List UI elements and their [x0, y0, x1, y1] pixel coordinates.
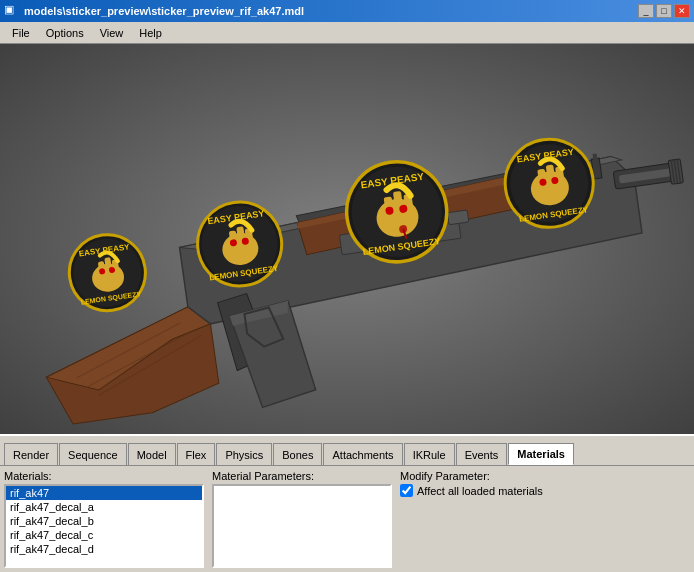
- params-box: [212, 484, 392, 568]
- svg-rect-13: [447, 210, 468, 225]
- params-section: Material Parameters:: [212, 470, 392, 568]
- modify-section: Modify Parameter: Affect all loaded mate…: [400, 470, 690, 568]
- menu-view[interactable]: View: [92, 25, 132, 41]
- list-item[interactable]: rif_ak47_decal_a: [6, 500, 202, 514]
- list-item[interactable]: rif_ak47_decal_b: [6, 514, 202, 528]
- gun-scene: EASY PEASY LEMON SQUEEZY EASY PEASY LEMO…: [0, 44, 694, 434]
- tab-physics[interactable]: Physics: [216, 443, 272, 465]
- minimize-button[interactable]: _: [638, 4, 654, 18]
- viewport: EASY PEASY LEMON SQUEEZY EASY PEASY LEMO…: [0, 44, 694, 434]
- close-button[interactable]: ✕: [674, 4, 690, 18]
- menu-file[interactable]: File: [4, 25, 38, 41]
- app-icon: ▣: [4, 3, 20, 19]
- modify-row: Affect all loaded materials: [400, 484, 690, 497]
- tab-ikrule[interactable]: IKRule: [404, 443, 455, 465]
- affect-all-text: Affect all loaded materials: [417, 485, 543, 497]
- bottom-panel: Render Sequence Model Flex Physics Bones…: [0, 434, 694, 572]
- tab-sequence[interactable]: Sequence: [59, 443, 127, 465]
- materials-label: Materials:: [4, 470, 204, 482]
- list-item[interactable]: rif_ak47_decal_d: [6, 542, 202, 556]
- title-bar-left: ▣ models\sticker_preview\sticker_preview…: [4, 3, 304, 19]
- affect-all-label: Affect all loaded materials: [400, 484, 543, 497]
- modify-label: Modify Parameter:: [400, 470, 690, 482]
- menu-options[interactable]: Options: [38, 25, 92, 41]
- materials-list[interactable]: rif_ak47 rif_ak47_decal_a rif_ak47_decal…: [4, 484, 204, 568]
- materials-section: Materials: rif_ak47 rif_ak47_decal_a rif…: [4, 470, 204, 568]
- tab-flex[interactable]: Flex: [177, 443, 216, 465]
- tab-events[interactable]: Events: [456, 443, 508, 465]
- params-label: Material Parameters:: [212, 470, 392, 482]
- tab-render[interactable]: Render: [4, 443, 58, 465]
- tab-materials[interactable]: Materials: [508, 443, 574, 465]
- tab-bones[interactable]: Bones: [273, 443, 322, 465]
- title-bar-controls: _ □ ✕: [638, 4, 690, 18]
- content-area: Materials: rif_ak47 rif_ak47_decal_a rif…: [0, 466, 694, 572]
- window-title: models\sticker_preview\sticker_preview_r…: [24, 5, 304, 17]
- menu-bar: File Options View Help: [0, 22, 694, 44]
- maximize-button[interactable]: □: [656, 4, 672, 18]
- menu-help[interactable]: Help: [131, 25, 170, 41]
- tab-attachments[interactable]: Attachments: [323, 443, 402, 465]
- list-item[interactable]: rif_ak47_decal_c: [6, 528, 202, 542]
- list-item[interactable]: rif_ak47: [6, 486, 202, 500]
- title-bar: ▣ models\sticker_preview\sticker_preview…: [0, 0, 694, 22]
- affect-all-checkbox[interactable]: [400, 484, 413, 497]
- tabs-row: Render Sequence Model Flex Physics Bones…: [0, 436, 694, 466]
- tab-model[interactable]: Model: [128, 443, 176, 465]
